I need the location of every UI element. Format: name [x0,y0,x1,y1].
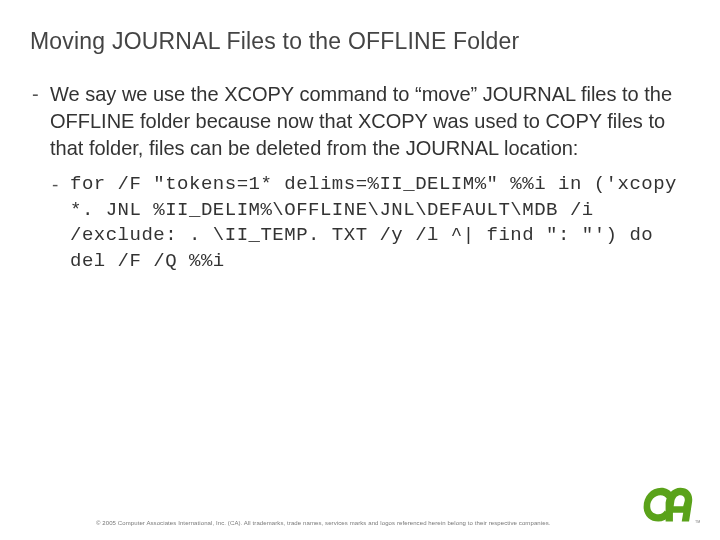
slide-title: Moving JOURNAL Files to the OFFLINE Fold… [30,28,690,55]
slide: Moving JOURNAL Files to the OFFLINE Fold… [0,0,720,540]
copyright-text: © 2005 Computer Associates International… [96,520,551,526]
body-list: We say we use the XCOPY command to “move… [30,81,690,275]
footer: © 2005 Computer Associates International… [0,482,720,526]
svg-text:TM: TM [695,520,700,524]
code-bullet-1-text: for /F "tokens=1* delims=%II_DELIM%" %%i… [70,173,677,272]
body-bullet-1-text: We say we use the XCOPY command to “move… [50,83,672,159]
ca-logo-icon: TM [640,482,700,526]
sub-list: for /F "tokens=1* delims=%II_DELIM%" %%i… [50,172,690,275]
code-bullet-1: for /F "tokens=1* delims=%II_DELIM%" %%i… [50,172,690,275]
body-bullet-1: We say we use the XCOPY command to “move… [30,81,690,275]
